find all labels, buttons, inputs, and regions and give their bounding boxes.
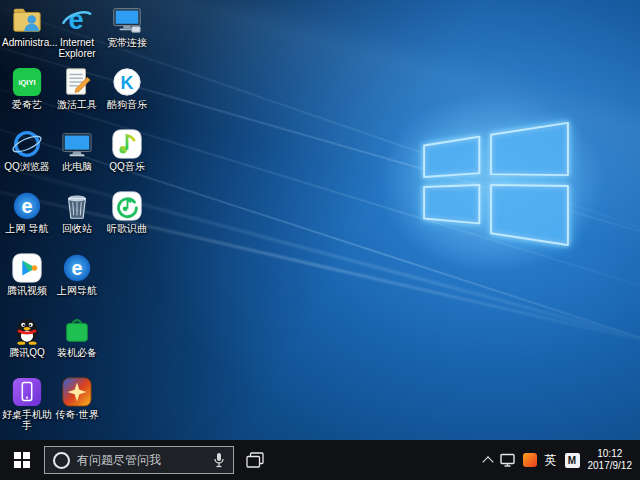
- shopping-bag-icon: [61, 314, 93, 346]
- language-indicator[interactable]: 英: [545, 452, 557, 469]
- phone-assistant-icon: [11, 376, 43, 408]
- icon-label: 激活工具: [57, 99, 97, 110]
- desktop-icon-qq-browser[interactable]: QQ浏览器: [2, 128, 52, 190]
- icon-label: 听歌识曲: [107, 223, 147, 234]
- this-pc-icon: [61, 128, 93, 160]
- desktop-icon-this-pc[interactable]: 此电脑: [52, 128, 102, 190]
- desktop-icon-qq[interactable]: 腾讯QQ: [2, 314, 52, 376]
- icon-label: 爱奇艺: [12, 99, 42, 110]
- activation-tool-icon: [61, 66, 93, 98]
- svg-text:e: e: [22, 195, 33, 217]
- recycle-bin-icon: [61, 190, 93, 222]
- icon-label: 腾讯QQ: [9, 347, 45, 358]
- system-tray: 英 M 10:12 2017/9/12: [484, 440, 640, 480]
- web-nav-icon: e: [61, 252, 93, 284]
- desktop-icon-grid: Administra... iQIYI 爱奇艺 QQ浏览器: [2, 4, 152, 438]
- desktop-icon-administrator[interactable]: Administra...: [2, 4, 52, 66]
- icon-label: 腾讯视频: [7, 285, 47, 296]
- icon-label: 宽带连接: [107, 37, 147, 48]
- ime-mode-badge[interactable]: M: [565, 453, 580, 468]
- clock-date: 2017/9/12: [588, 460, 633, 472]
- qq-browser-icon: [11, 128, 43, 160]
- microphone-button[interactable]: [213, 452, 225, 468]
- icon-label: 装机必备: [57, 347, 97, 358]
- desktop-icon-web-nav[interactable]: e 上网 导航: [2, 190, 52, 252]
- tencent-video-icon: [11, 252, 43, 284]
- start-button[interactable]: [0, 440, 44, 480]
- desktop-icon-iqiyi[interactable]: iQIYI 爱奇艺: [2, 66, 52, 128]
- desktop-icon-kugou[interactable]: K 酷狗音乐: [102, 66, 152, 128]
- icon-label: Internet Explorer: [52, 37, 102, 59]
- icon-label: 好桌手机助手: [2, 409, 52, 431]
- internet-explorer-icon: e: [61, 4, 93, 36]
- taskbar: 有问题尽管问我 英 M 10:12 2017/9/12: [0, 440, 640, 480]
- search-placeholder: 有问题尽管问我: [77, 452, 206, 469]
- desktop-icon-activation-tool[interactable]: 激活工具: [52, 66, 102, 128]
- tray-overflow-chevron-icon[interactable]: [482, 456, 493, 467]
- iqiyi-icon: iQIYI: [11, 66, 43, 98]
- windows-logo-icon: [14, 452, 30, 468]
- desktop-icon-ie[interactable]: e Internet Explorer: [52, 4, 102, 66]
- icon-label: 酷狗音乐: [107, 99, 147, 110]
- song-recognition-icon: [111, 190, 143, 222]
- icon-label: 传奇·世界: [55, 409, 98, 420]
- game-icon: [61, 376, 93, 408]
- web-nav-icon: e: [11, 190, 43, 222]
- ime-icon[interactable]: [523, 453, 537, 467]
- svg-text:K: K: [121, 73, 134, 93]
- svg-text:e: e: [72, 257, 83, 279]
- icon-label: QQ音乐: [109, 161, 145, 172]
- icon-label: 回收站: [62, 223, 92, 234]
- task-view-button[interactable]: [234, 440, 276, 480]
- qq-music-icon: [111, 128, 143, 160]
- broadband-connection-icon: [111, 4, 143, 36]
- icon-label: Administra...: [2, 37, 52, 48]
- icon-label: 上网导航: [57, 285, 97, 296]
- windows-logo: [418, 116, 576, 249]
- user-folder-icon: [11, 4, 43, 36]
- desktop-icon-tingge-shiqu[interactable]: 听歌识曲: [102, 190, 152, 252]
- desktop-icon-recycle-bin[interactable]: 回收站: [52, 190, 102, 252]
- clock[interactable]: 10:12 2017/9/12: [588, 448, 633, 472]
- desktop-icon-web-nav-2[interactable]: e 上网导航: [52, 252, 102, 314]
- icon-label: 上网 导航: [6, 223, 49, 234]
- desktop-icon-zhuangji-bibei[interactable]: 装机必备: [52, 314, 102, 376]
- qq-penguin-icon: [11, 314, 43, 346]
- desktop-icon-chuanqi-world[interactable]: 传奇·世界: [52, 376, 102, 438]
- icon-label: 此电脑: [62, 161, 92, 172]
- clock-time: 10:12: [588, 448, 633, 460]
- svg-text:iQIYI: iQIYI: [18, 78, 35, 87]
- network-icon[interactable]: [500, 453, 515, 467]
- desktop-icon-qq-music[interactable]: QQ音乐: [102, 128, 152, 190]
- task-view-icon: [246, 452, 264, 468]
- desktop-icon-haozhuo-assistant[interactable]: 好桌手机助手: [2, 376, 52, 438]
- microphone-icon: [213, 452, 225, 468]
- desktop-icon-tencent-video[interactable]: 腾讯视频: [2, 252, 52, 314]
- desktop[interactable]: Administra... iQIYI 爱奇艺 QQ浏览器: [0, 0, 640, 440]
- cortana-icon: [53, 452, 70, 469]
- icon-label: QQ浏览器: [4, 161, 50, 172]
- desktop-icon-broadband[interactable]: 宽带连接: [102, 4, 152, 66]
- kugou-icon: K: [111, 66, 143, 98]
- taskbar-search[interactable]: 有问题尽管问我: [44, 446, 234, 474]
- svg-text:e: e: [68, 4, 83, 35]
